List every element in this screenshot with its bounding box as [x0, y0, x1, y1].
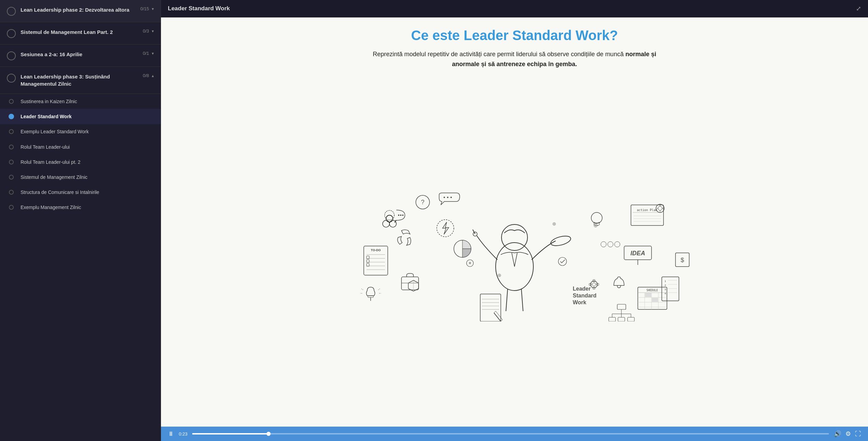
- sub-circle-structura-comunicare: [9, 190, 14, 195]
- svg-point-110: [444, 197, 445, 198]
- svg-text:⊕: ⊕: [552, 221, 556, 226]
- svg-rect-63: [645, 293, 651, 297]
- section-title-lean-phase-3: Lean Leadership phase 3: Susținând Manag…: [21, 73, 135, 87]
- sub-circle-leader-standard-work: [9, 114, 14, 119]
- svg-text:TO-DO: TO-DO: [371, 248, 381, 252]
- slide-subtitle-plain: Reprezintă modelul repetitiv de activită…: [373, 51, 625, 58]
- sub-item-label-leader-standard-work: Leader Standard Work: [21, 113, 72, 120]
- svg-text:⊕: ⊕: [593, 222, 598, 228]
- svg-text:⊕: ⊕: [497, 272, 501, 278]
- sub-item-label-exemplu-lsw: Exemplu Leader Standard Work: [21, 128, 89, 135]
- sidebar-item-structura-comunicare[interactable]: Structura de Comunicare si Intalnirile: [0, 185, 161, 200]
- svg-text:3: 3: [665, 288, 666, 291]
- section-count-lean-phase-2: 0/15: [140, 6, 149, 11]
- section-circle-lean-phase-2: [7, 7, 16, 16]
- svg-rect-0: [333, 177, 696, 321]
- volume-button[interactable]: 🔊: [834, 430, 841, 438]
- svg-text:✕: ✕: [468, 261, 472, 266]
- connector-sustinerea: [7, 99, 16, 104]
- section-count-lean-phase-3: 0/8: [143, 73, 149, 78]
- sidebar-section-lean-phase-3[interactable]: Lean Leadership phase 3: Susținând Manag…: [0, 67, 161, 94]
- svg-rect-64: [652, 298, 658, 302]
- section-title-management-lean: Sistemul de Management Lean Part. 2: [21, 28, 135, 36]
- svg-point-111: [447, 197, 448, 198]
- sidebar-section-management-lean[interactable]: Sistemul de Management Lean Part. 2 0/3 …: [0, 22, 161, 45]
- sidebar-item-exemplu-lsw[interactable]: Exemplu Leader Standard Work: [0, 124, 161, 139]
- sub-item-label-exemplu-mgmt-zilnic: Exemplu Management Zilnic: [21, 204, 81, 210]
- section-meta-sesiunea-2: 0/1 ▾: [139, 51, 154, 56]
- sidebar-section-lean-phase-2[interactable]: Lean Leadership phase 2: Dezvoltarea alt…: [0, 0, 161, 22]
- sub-circle-exemplu-mgmt-zilnic: [9, 205, 14, 210]
- sidebar-item-leader-standard-work[interactable]: Leader Standard Work: [0, 109, 161, 124]
- progress-bar[interactable]: [192, 433, 829, 434]
- svg-text:?: ?: [421, 199, 424, 206]
- slide-subtitle: Reprezintă modelul repetitiv de activită…: [360, 49, 669, 69]
- sidebar-section-sesiunea-2[interactable]: Sesiunea a 2-a: 16 Aprilie 0/1 ▾: [0, 45, 161, 67]
- fullscreen-button[interactable]: ⛶: [855, 430, 861, 438]
- sub-item-label-sistemul-mgmt: Sistemul de Management Zilnic: [21, 174, 87, 180]
- section-meta-management-lean: 0/3 ▾: [139, 28, 154, 34]
- sidebar: Lean Leadership phase 2: Dezvoltarea alt…: [0, 0, 161, 441]
- section-title-sesiunea-2: Sesiunea a 2-a: 16 Aprilie: [21, 51, 135, 58]
- sub-circle-sustinerea: [9, 99, 14, 104]
- controls-right: 🔊 ⚙ ⛶: [834, 430, 861, 438]
- connector-exemplu-lsw: [7, 129, 16, 134]
- sidebar-item-sustinerea[interactable]: Sustinerea in Kaizen Zilnic: [0, 94, 161, 109]
- connector-leader-standard-work: [7, 114, 16, 119]
- section-circle-management-lean: [7, 29, 16, 38]
- illustration-svg: TO-DO: [175, 177, 854, 321]
- section-count-management-lean: 0/3: [143, 28, 149, 34]
- svg-point-25: [400, 215, 401, 216]
- connector-exemplu-mgmt-zilnic: [7, 205, 16, 210]
- svg-point-112: [450, 197, 452, 198]
- sidebar-item-rolul-team-leader[interactable]: Rolul Team Leader-ului: [0, 139, 161, 155]
- sidebar-item-sistemul-mgmt[interactable]: Sistemul de Management Zilnic: [0, 170, 161, 185]
- time-display: 0:23: [179, 431, 187, 437]
- sub-circle-rolul-team-leader-2: [9, 160, 14, 164]
- connector-structura-comunicare: [7, 190, 16, 195]
- svg-point-26: [402, 215, 404, 216]
- sub-items-list: Sustinerea in Kaizen Zilnic Leader Stand…: [0, 94, 161, 215]
- sidebar-item-exemplu-mgmt-zilnic[interactable]: Exemplu Management Zilnic: [0, 200, 161, 215]
- svg-text:Work: Work: [573, 299, 586, 305]
- video-area: Ce este Leader Standard Work? Reprezintă…: [161, 17, 868, 441]
- chevron-lean-phase-2: ▾: [152, 7, 154, 11]
- svg-text:Standard: Standard: [573, 293, 596, 298]
- section-circle-sesiunea-2: [7, 51, 16, 60]
- sub-circle-rolul-team-leader: [9, 145, 14, 149]
- connector-rolul-team-leader: [7, 145, 16, 149]
- svg-text:4: 4: [665, 292, 666, 295]
- play-pause-button[interactable]: ⏸: [168, 430, 174, 438]
- sub-circle-sistemul-mgmt: [9, 175, 14, 180]
- sub-item-label-rolul-team-leader: Rolul Team Leader-ului: [21, 144, 70, 150]
- video-header: Leader Standard Work ⤢: [161, 0, 868, 17]
- section-count-sesiunea-2: 0/1: [143, 51, 149, 56]
- video-header-title: Leader Standard Work: [168, 5, 230, 12]
- svg-point-24: [398, 215, 399, 216]
- sub-item-label-sustinerea: Sustinerea in Kaizen Zilnic: [21, 98, 77, 105]
- svg-text:action Plan: action Plan: [637, 208, 657, 212]
- section-title-lean-phase-2: Lean Leadership phase 2: Dezvoltarea alt…: [21, 6, 132, 13]
- chevron-management-lean: ▾: [152, 29, 154, 34]
- svg-text:SHEDULE: SHEDULE: [646, 289, 658, 292]
- progress-fill: [192, 433, 269, 434]
- sub-circle-exemplu-lsw: [9, 129, 14, 134]
- expand-button[interactable]: ⤢: [856, 5, 861, 12]
- svg-text:IDEA: IDEA: [630, 250, 645, 257]
- illustration-area: TO-DO: [175, 76, 854, 423]
- chevron-sesiunea-2: ▾: [152, 51, 154, 56]
- chevron-lean-phase-3: ▴: [152, 73, 154, 78]
- video-controls: ⏸ 0:23 🔊 ⚙ ⛶: [161, 427, 868, 441]
- main-content: Leader Standard Work ⤢ Ce este Leader St…: [161, 0, 868, 441]
- svg-text:Leader: Leader: [573, 286, 591, 292]
- settings-button[interactable]: ⚙: [845, 430, 851, 438]
- svg-text:2: 2: [665, 284, 666, 287]
- svg-text:$: $: [681, 257, 684, 264]
- section-meta-lean-phase-3: 0/8 ▴: [139, 73, 154, 78]
- sub-item-label-structura-comunicare: Structura de Comunicare si Intalnirile: [21, 189, 99, 195]
- section-circle-lean-phase-3: [7, 74, 16, 83]
- progress-knob[interactable]: [266, 432, 271, 436]
- sidebar-item-rolul-team-leader-2[interactable]: Rolul Team Leader-ului pt. 2: [0, 155, 161, 170]
- svg-text:1: 1: [665, 280, 666, 283]
- connector-sistemul-mgmt: [7, 175, 16, 180]
